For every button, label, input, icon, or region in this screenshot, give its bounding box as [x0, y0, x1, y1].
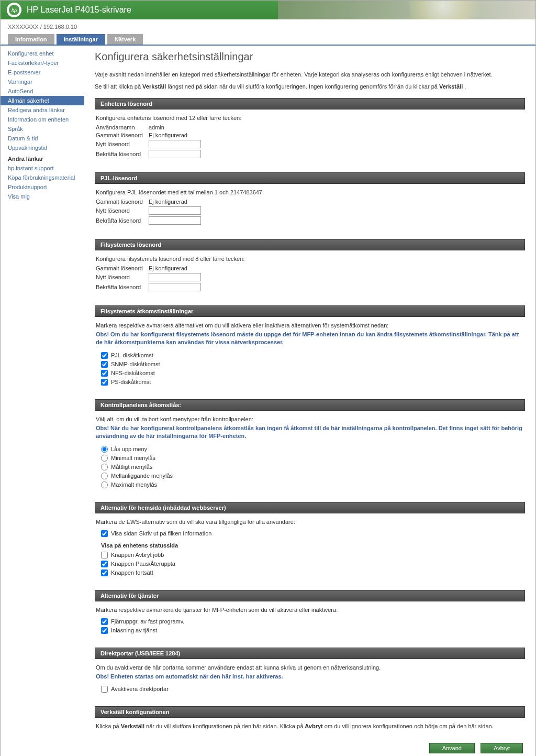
content-area: Konfigurera säkerhetsinställningar Varje…: [84, 46, 535, 756]
section-services-header: Alternativ för tjänster: [95, 590, 525, 601]
fs-password-desc: Konfigurera filsystemets lösenord med 8 …: [96, 256, 524, 262]
checkbox-remote-firmware[interactable]: [101, 618, 108, 625]
fs-old-label: Gammalt lösenord: [96, 265, 146, 271]
pjl-password-desc: Konfigurera PJL-lösenordet med ett tal m…: [96, 189, 524, 195]
checkbox-continue[interactable]: [101, 569, 108, 576]
label-intermediate-lock: Mellanliggande menylås: [111, 473, 173, 479]
sidebar-show-me[interactable]: Visa mig: [1, 192, 84, 201]
fs-new-input[interactable]: [149, 273, 201, 281]
header-bar: hp HP LaserJet P4015-skrivare: [1, 1, 535, 19]
section-apply-config-header: Verkställ konfigurationen: [95, 706, 525, 718]
page-title: Konfigurera säkerhetsinställningar: [95, 51, 525, 63]
label-disable-direct-ports: Avaktivera direktportar: [111, 686, 169, 692]
section-fs-access-header: Filsystemets åtkomstinställningar: [95, 305, 525, 317]
username-value: admin: [149, 124, 164, 130]
apply-button[interactable]: Använd: [429, 743, 475, 753]
cancel-button[interactable]: Avbryt: [481, 743, 523, 753]
sidebar-hp-instant-support[interactable]: hp instant support: [1, 163, 84, 173]
pjl-old-value: Ej konfigurerad: [149, 199, 187, 205]
radio-minimal-lock[interactable]: [101, 455, 108, 462]
ports-note: Obs! Enheten startas om automatiskt när …: [96, 673, 524, 681]
sidebar-device-info[interactable]: Information om enheten: [1, 115, 84, 124]
label-snmp-disk: SNMP-diskåtkomst: [111, 361, 160, 367]
sidebar-warnings[interactable]: Varningar: [1, 77, 84, 86]
label-ps-disk: PS-diskåtkomst: [111, 379, 151, 385]
checkbox-pjl-disk[interactable]: [101, 352, 108, 359]
pjl-new-input[interactable]: [149, 206, 201, 215]
pjl-confirm-input[interactable]: [149, 216, 201, 225]
checkbox-cancel-job[interactable]: [101, 552, 108, 558]
section-direct-ports-header: Direktportar (USB/IEEE 1284): [95, 648, 525, 659]
sidebar-email-server[interactable]: E-postserver: [1, 68, 84, 77]
tab-settings[interactable]: Inställningar: [57, 34, 105, 45]
sidebar: Konfigurera enhet Fackstorlekar/-typer E…: [1, 46, 84, 756]
label-unlock-menu: Lås upp meny: [111, 446, 147, 452]
sidebar-product-support[interactable]: Produktsupport: [1, 182, 84, 192]
sidebar-date-time[interactable]: Datum & tid: [1, 134, 84, 143]
label-minimal-lock: Minimalt menylås: [111, 455, 155, 461]
hp-logo: hp: [7, 3, 21, 17]
section-cp-lock-header: Kontrollpanelens åtkomstlås:: [95, 399, 525, 411]
fs-access-desc: Markera respektive avmarkera alternative…: [96, 322, 524, 328]
fs-old-value: Ej konfigurerad: [149, 265, 187, 271]
radio-maximum-lock[interactable]: [101, 481, 108, 488]
radio-intermediate-lock[interactable]: [101, 473, 108, 479]
fs-new-label: Nytt lösenord: [96, 274, 146, 280]
fs-confirm-input[interactable]: [149, 283, 201, 291]
fs-confirm-label: Bekräfta lösenord: [96, 284, 146, 290]
intro-paragraph-1: Varje avsnitt nedan innehåller en katego…: [95, 70, 525, 79]
fs-access-note: Obs! Om du har konfigurerat filsystemets…: [96, 331, 524, 347]
checkbox-pause-resume[interactable]: [101, 561, 108, 567]
checkbox-show-print-page[interactable]: [101, 530, 108, 537]
radio-moderate-lock[interactable]: [101, 464, 108, 470]
sidebar-language[interactable]: Språk: [1, 124, 84, 134]
section-fs-password-header: Filsystemets lösenord: [95, 239, 525, 250]
label-moderate-lock: Måttligt menylås: [111, 464, 152, 470]
sidebar-configure-device[interactable]: Konfigurera enhet: [1, 49, 84, 58]
label-cancel-job: Knappen Avbryt jobb: [111, 552, 164, 558]
tab-network[interactable]: Nätverk: [107, 34, 143, 45]
checkbox-ps-disk[interactable]: [101, 379, 108, 386]
device-password-desc: Konfigurera enhetens lösenord med 12 ell…: [96, 115, 524, 121]
sidebar-wake-time[interactable]: Uppvakningstid: [1, 143, 84, 152]
checkbox-service-load[interactable]: [101, 627, 108, 634]
label-service-load: Inläsning av tjänst: [111, 627, 157, 633]
username-label: Användarnamn: [96, 124, 146, 130]
status-page-heading: Visa på enhetens statussida: [96, 538, 524, 551]
new-password-input[interactable]: [149, 140, 201, 148]
checkbox-snmp-disk[interactable]: [101, 361, 108, 368]
cp-lock-desc: Välj alt. om du vill ta bort konf.menyty…: [96, 416, 524, 422]
old-password-label: Gammalt lösenord: [96, 132, 146, 138]
ports-desc: Om du avaktiverar de här portarna kommer…: [96, 664, 524, 671]
sidebar-other-links-title: Andra länkar: [1, 152, 84, 163]
ews-desc: Markera de EWS-alternativ som du vill sk…: [96, 519, 524, 525]
label-continue: Knappen fortsätt: [111, 569, 153, 576]
confirm-password-label: Bekräfta lösenord: [96, 151, 146, 157]
label-remote-firmware: Fjärruppgr. av fast programv.: [111, 618, 184, 624]
sidebar-tray-sizes[interactable]: Fackstorlekar/-typer: [1, 58, 84, 68]
label-nfs-disk: NFS-diskåtkomst: [111, 370, 155, 376]
section-ews-options-header: Alternativ för hemsida (inbäddad webbser…: [95, 502, 525, 513]
tab-information[interactable]: Information: [8, 34, 54, 45]
device-address: XXXXXXXX / 192.168.0.10: [1, 19, 535, 34]
intro-paragraph-2: Se till att klicka på Verkställ längst n…: [95, 82, 525, 91]
checkbox-disable-direct-ports[interactable]: [101, 686, 108, 693]
sidebar-edit-links[interactable]: Redigera andra länkar: [1, 105, 84, 115]
confirm-password-input[interactable]: [149, 150, 201, 158]
sidebar-buy-supplies[interactable]: Köpa förbrukningsmaterial: [1, 173, 84, 182]
sidebar-autosend[interactable]: AutoSend: [1, 86, 84, 96]
sidebar-general-security[interactable]: Allmän säkerhet: [1, 96, 84, 105]
apply-config-desc: Klicka på Verkställ när du vill slutföra…: [96, 723, 524, 729]
radio-unlock-menu[interactable]: [101, 446, 108, 453]
checkbox-nfs-disk[interactable]: [101, 370, 108, 377]
services-desc: Markera respektive avmarkera de tjänster…: [96, 607, 524, 613]
section-pjl-password-header: PJL-lösenord: [95, 172, 525, 184]
label-maximum-lock: Maximalt menylås: [111, 481, 157, 488]
header-image: [278, 1, 535, 19]
new-password-label: Nytt lösenord: [96, 141, 146, 147]
old-password-value: Ej konfigurerad: [149, 132, 187, 138]
pjl-confirm-label: Bekräfta lösenord: [96, 217, 146, 224]
button-row: Använd Avbryt: [95, 735, 525, 756]
cp-lock-note: Obs! När du har konfigurerat kontrollpan…: [96, 424, 524, 441]
svg-text:hp: hp: [12, 8, 17, 13]
